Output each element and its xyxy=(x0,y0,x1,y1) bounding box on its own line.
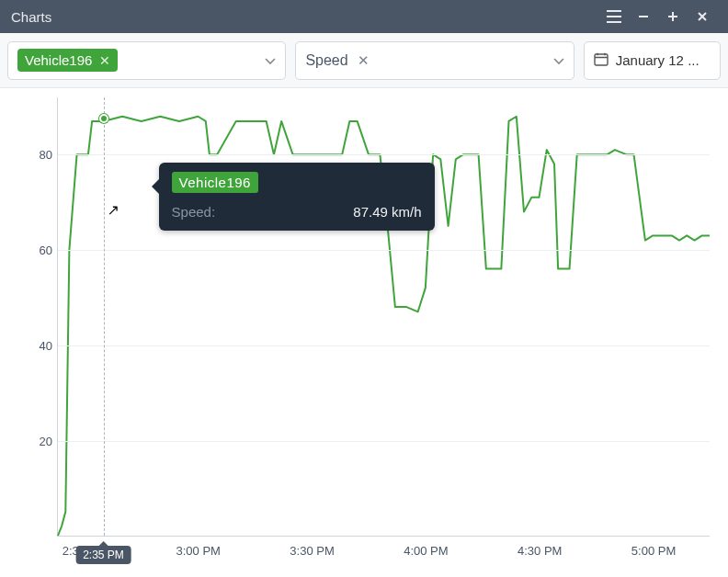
close-icon[interactable] xyxy=(688,4,717,29)
metric-select[interactable]: Speed ✕ xyxy=(295,41,574,80)
window-title: Charts xyxy=(11,9,599,25)
titlebar: Charts xyxy=(0,0,728,33)
svg-rect-0 xyxy=(595,54,608,65)
tooltip-series-chip: Vehicle196 xyxy=(172,172,258,193)
remove-vehicle-icon[interactable]: ✕ xyxy=(99,54,110,67)
x-tick: 4:30 PM xyxy=(518,544,562,558)
minimize-icon[interactable] xyxy=(629,4,658,29)
crosshair xyxy=(104,97,105,536)
hover-point xyxy=(99,114,108,123)
x-tick: 4:00 PM xyxy=(404,544,448,558)
metric-chip-label: Speed xyxy=(305,52,347,69)
toolbar: Vehicle196 ✕ Speed ✕ January 12 ... xyxy=(0,33,728,88)
remove-metric-icon[interactable]: ✕ xyxy=(358,52,370,69)
cursor-icon: ↖ xyxy=(108,201,119,219)
x-tick: 3:30 PM xyxy=(290,544,334,558)
date-range-label: January 12 ... xyxy=(616,52,700,68)
vehicle-chip-label: Vehicle196 xyxy=(25,52,92,68)
y-tick: 60 xyxy=(27,243,52,257)
date-range-select[interactable]: January 12 ... xyxy=(584,41,721,80)
tooltip-value: 87.49 km/h xyxy=(353,204,421,220)
gridline xyxy=(58,345,710,346)
chart-area[interactable]: 204060802:30 PM3:00 PM3:30 PM4:00 PM4:30… xyxy=(0,88,728,577)
y-tick: 40 xyxy=(27,339,52,353)
tooltip: Vehicle196Speed:87.49 km/h xyxy=(159,163,435,231)
gridline xyxy=(58,250,710,251)
plot[interactable]: 204060802:30 PM3:00 PM3:30 PM4:00 PM4:30… xyxy=(57,97,710,537)
chevron-down-icon xyxy=(265,52,276,69)
metric-chip: Speed ✕ xyxy=(305,52,369,69)
y-tick: 20 xyxy=(27,435,52,448)
menu-icon[interactable] xyxy=(599,4,629,29)
tooltip-key: Speed: xyxy=(172,204,216,220)
vehicle-chip: Vehicle196 ✕ xyxy=(17,49,118,72)
chevron-down-icon xyxy=(553,52,564,69)
time-flag: 2:35 PM xyxy=(75,546,131,564)
calendar-icon xyxy=(594,52,609,69)
x-tick: 3:00 PM xyxy=(176,544,221,558)
maximize-icon[interactable] xyxy=(658,4,688,29)
vehicle-select[interactable]: Vehicle196 ✕ xyxy=(7,41,286,80)
gridline xyxy=(58,154,710,155)
x-tick: 5:00 PM xyxy=(631,544,676,558)
y-tick: 80 xyxy=(27,148,52,162)
gridline xyxy=(58,441,710,442)
